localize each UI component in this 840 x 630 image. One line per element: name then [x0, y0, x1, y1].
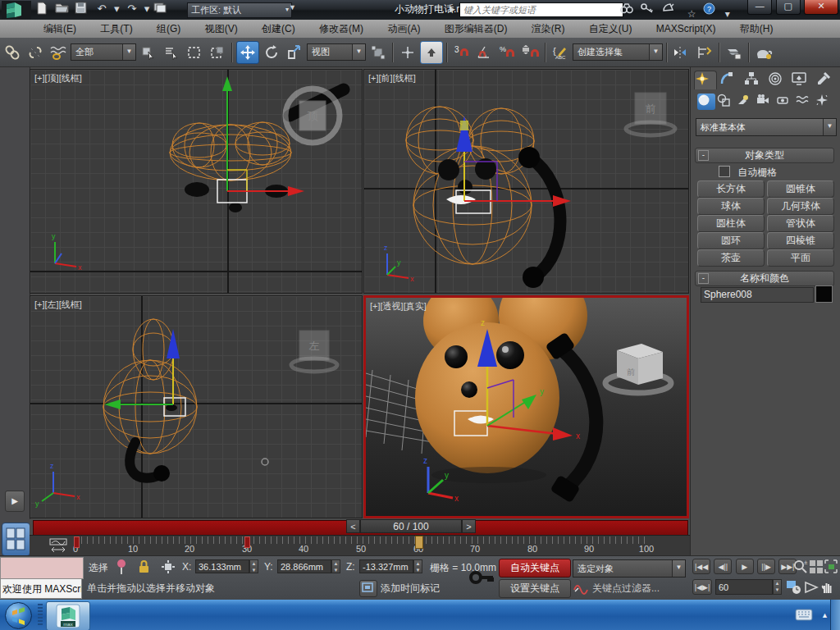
keyboard-shortcut-override-toggle[interactable] [420, 41, 443, 64]
bind-to-space-warp-icon[interactable] [48, 42, 69, 63]
viewport-layout-flyout-button[interactable]: ▶ [5, 491, 25, 512]
show-hidden-icons-arrow[interactable]: ▲ [821, 611, 829, 619]
primitive-geosphere-button[interactable]: 几何球体 [767, 198, 834, 215]
use-pivot-center-icon[interactable] [368, 42, 389, 63]
select-and-manipulate-icon[interactable] [397, 42, 418, 63]
autogrid-checkbox[interactable] [719, 166, 730, 177]
next-frame-button[interactable]: ||▶ [757, 559, 775, 574]
window-crossing-toggle-icon[interactable] [207, 42, 228, 63]
undo-icon[interactable]: ↶ [94, 2, 110, 16]
object-color-swatch[interactable] [815, 285, 833, 303]
key-filters-button[interactable]: 关键点过滤器... [592, 582, 660, 596]
open-file-icon[interactable] [55, 2, 71, 16]
key-mode-toggle-button[interactable]: |◀▶| [692, 579, 712, 595]
go-to-start-button[interactable]: |◀◀ [692, 559, 710, 574]
minimize-button[interactable]: — [747, 0, 772, 15]
z-spinner[interactable]: ▲▼ [413, 559, 422, 573]
isolate-selection-icon[interactable] [115, 559, 128, 575]
communication-center-icon[interactable] [662, 2, 680, 17]
maxscript-mini-listener[interactable] [0, 557, 84, 579]
tab-display[interactable] [792, 71, 813, 89]
menu-modifiers[interactable]: 修改器(M) [308, 20, 374, 38]
category-geometry[interactable] [697, 94, 715, 110]
add-time-tag[interactable]: 添加时间标记 [381, 582, 440, 596]
percent-snap-toggle-icon[interactable]: % [497, 42, 518, 63]
select-and-move-button[interactable] [236, 41, 259, 64]
select-and-scale-button[interactable] [284, 42, 305, 63]
zoom-all-icon[interactable] [809, 559, 824, 574]
current-frame-marker[interactable] [415, 536, 423, 549]
select-object-icon[interactable] [138, 42, 159, 63]
selection-lock-icon[interactable] [138, 559, 150, 574]
time-slider-frame-label[interactable]: 60 / 100 [360, 519, 462, 533]
menu-animation[interactable]: 动画(A) [377, 20, 431, 38]
pan-view-hand-icon[interactable] [820, 579, 835, 595]
absolute-mode-transform-icon[interactable] [161, 559, 176, 574]
animation-key-frame-0[interactable] [74, 536, 80, 548]
show-desktop-button[interactable] [830, 600, 840, 630]
subscription-key-icon[interactable] [641, 2, 659, 17]
frame-spinner[interactable]: ▲▼ [773, 579, 782, 595]
help-icon[interactable]: ? [703, 2, 721, 17]
new-scene-icon[interactable] [36, 2, 52, 16]
taskbar-3dsmax-button[interactable]: max [46, 601, 90, 630]
category-systems[interactable] [815, 94, 833, 110]
primitive-cylinder-button[interactable]: 圆柱体 [697, 215, 765, 232]
communicate-window-icon[interactable] [359, 580, 377, 597]
category-lights[interactable] [737, 94, 755, 110]
primitive-box-button[interactable]: 长方体 [697, 180, 765, 198]
redo-icon[interactable]: ↷ [124, 2, 140, 16]
search-expand-icon[interactable]: ▶ [450, 5, 455, 13]
menu-create[interactable]: 创建(C) [251, 20, 306, 38]
mirror-icon[interactable] [671, 42, 692, 63]
keyboard-layout-icon[interactable] [795, 609, 813, 621]
previous-frame-button[interactable]: ◀|| [714, 559, 732, 574]
unlink-selection-icon[interactable] [25, 42, 46, 63]
workspace-selector[interactable]: 工作区: 默认 ▾ [187, 2, 292, 18]
viewport-left-label[interactable]: [+][左][线框] [34, 299, 82, 311]
previous-frame-arrow[interactable]: < [346, 519, 360, 533]
menu-group[interactable]: 组(G) [146, 20, 191, 38]
category-cameras[interactable] [756, 94, 774, 110]
menu-customize[interactable]: 自定义(U) [578, 20, 643, 38]
selected-filter-dropdown[interactable]: 选定对象 ▼ [573, 559, 686, 578]
zoom-icon[interactable]: ± [792, 559, 808, 574]
menu-rendering[interactable]: 渲染(R) [521, 20, 576, 38]
menu-maxscript[interactable]: MAXScript(X) [646, 21, 727, 39]
select-by-name-icon[interactable] [161, 42, 182, 63]
name-color-rollout-header[interactable]: - 名称和颜色 [695, 271, 834, 286]
category-helpers[interactable] [776, 94, 794, 110]
auto-key-button[interactable]: 自动关键点 [499, 559, 571, 578]
primitive-cone-button[interactable]: 圆锥体 [767, 180, 834, 198]
viewport-layout-tabs-button[interactable] [2, 523, 30, 556]
primitive-tube-button[interactable]: 管状体 [767, 215, 834, 232]
maxscript-listener-line[interactable]: 欢迎使用 MAXScript [0, 578, 82, 599]
handset-object[interactable] [561, 349, 596, 488]
viewport-top[interactable]: [+][顶][线框] 顶 [30, 69, 363, 294]
select-and-link-icon[interactable] [2, 42, 23, 63]
tab-hierarchy[interactable] [744, 71, 765, 89]
y-spinner[interactable]: ▲▼ [331, 559, 340, 573]
y-coordinate-input[interactable] [277, 559, 331, 573]
workspace-flyout-icon[interactable]: ▼ [289, 3, 296, 11]
snaps-toggle-3d-icon[interactable]: 3 [451, 42, 472, 63]
current-frame-input[interactable] [715, 579, 773, 595]
reference-coordinate-dropdown[interactable]: 视图 ▼ [307, 43, 366, 61]
tab-modify[interactable] [719, 71, 741, 89]
tab-create[interactable] [694, 71, 717, 89]
spinner-snap-toggle-icon[interactable] [520, 42, 541, 63]
render-setup-icon[interactable] [753, 42, 774, 63]
helper-object[interactable] [262, 459, 268, 465]
viewcube[interactable]: 前 [605, 344, 671, 393]
animation-key-frame-30[interactable] [244, 536, 250, 548]
menu-views[interactable]: 视图(V) [194, 20, 249, 38]
mouth-object-selected[interactable] [446, 195, 476, 204]
viewport-perspective-label[interactable]: [+][透视][真实] [370, 300, 427, 313]
viewport-perspective-active[interactable]: [+][透视][真实] [363, 295, 689, 518]
category-space-warps[interactable] [796, 94, 814, 110]
edit-named-selection-sets-icon[interactable]: {ABC [550, 42, 571, 63]
key-filters-curve-icon[interactable] [573, 580, 589, 595]
viewport-top-label[interactable]: [+][顶][线框] [34, 72, 82, 84]
set-key-button[interactable]: 设置关键点 [499, 579, 571, 598]
primitive-pyramid-button[interactable]: 四棱锥 [767, 232, 834, 249]
